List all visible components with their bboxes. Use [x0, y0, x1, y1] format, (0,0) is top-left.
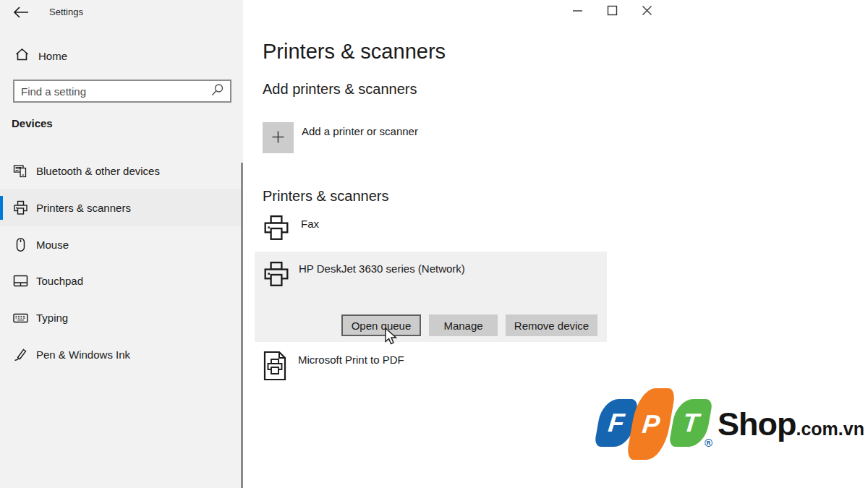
print-to-pdf-icon — [263, 351, 286, 385]
pen-icon — [13, 347, 28, 362]
sidebar-item-typing[interactable]: Typing — [0, 299, 243, 336]
sidebar-item-home[interactable]: Home — [0, 43, 243, 68]
sidebar-item-touchpad[interactable]: Touchpad — [0, 262, 243, 299]
fpt-shop-logo: F P T ® Shop.com.vn — [593, 387, 843, 466]
home-icon — [14, 47, 30, 65]
printer-icon — [13, 200, 28, 215]
sidebar-item-printers[interactable]: Printers & scanners — [0, 189, 243, 226]
settings-window: Settings Home Devices Blue — [0, 0, 868, 488]
touchpad-icon — [13, 273, 28, 288]
printer-row-fax[interactable]: Fax — [255, 212, 607, 248]
mouse-icon — [13, 237, 28, 252]
window-controls — [572, 4, 652, 19]
shop-text: Shop — [718, 406, 796, 442]
maximize-button[interactable] — [607, 4, 617, 19]
domain-text: .com.vn — [796, 419, 864, 439]
search-input[interactable] — [14, 85, 211, 98]
sidebar-item-mouse[interactable]: Mouse — [0, 226, 243, 263]
printer-name: Fax — [301, 218, 319, 248]
sidebar-item-label: Home — [38, 50, 67, 62]
main-content: Printers & scanners Add printers & scann… — [243, 0, 868, 488]
search-icon — [211, 84, 224, 99]
sidebar-item-label: Pen & Windows Ink — [36, 348, 130, 361]
close-icon — [642, 5, 652, 18]
open-queue-button[interactable]: Open queue — [341, 314, 421, 336]
sidebar-item-label: Typing — [36, 312, 68, 324]
app-title: Settings — [49, 7, 83, 17]
printer-row-hp-deskjet[interactable]: HP DeskJet 3630 series (Network) Open qu… — [255, 252, 607, 342]
manage-button[interactable]: Manage — [429, 314, 498, 336]
remove-device-button[interactable]: Remove device — [506, 314, 597, 336]
sidebar-item-pen[interactable]: Pen & Windows Ink — [0, 336, 243, 373]
printers-section-heading: Printers & scanners — [263, 188, 389, 205]
registered-mark: ® — [705, 437, 712, 449]
printer-device-icon — [263, 215, 289, 248]
fpt-letter: P — [641, 409, 661, 440]
minimize-icon — [572, 5, 583, 18]
close-button[interactable] — [642, 4, 652, 19]
printer-name: Microsoft Print to PDF — [298, 354, 404, 385]
plus-icon — [271, 130, 285, 146]
add-printer-button[interactable] — [263, 122, 294, 153]
page-title: Printers & scanners — [263, 40, 446, 64]
printer-device-icon — [263, 261, 289, 291]
sidebar-item-bluetooth[interactable]: Bluetooth & other devices — [0, 153, 243, 189]
fpt-letter: F — [607, 408, 626, 438]
sidebar-item-label: Bluetooth & other devices — [36, 165, 160, 177]
maximize-icon — [607, 5, 618, 18]
sidebar: Settings Home Devices Blue — [0, 0, 243, 488]
sidebar-item-label: Touchpad — [36, 275, 83, 287]
sidebar-item-label: Mouse — [36, 239, 69, 251]
fpt-shop-wordmark: Shop.com.vn — [718, 406, 864, 443]
back-arrow-icon — [13, 6, 29, 21]
back-button[interactable] — [10, 4, 32, 22]
printer-name: HP DeskJet 3630 series (Network) — [299, 262, 465, 275]
keyboard-icon — [13, 310, 28, 325]
devices-icon — [13, 163, 28, 179]
sidebar-item-label: Printers & scanners — [36, 202, 131, 214]
search-box — [13, 80, 231, 103]
printer-row-pdf[interactable]: Microsoft Print to PDF — [255, 348, 607, 385]
device-actions: Open queue Manage Remove device — [255, 314, 607, 336]
minimize-button[interactable] — [572, 4, 582, 19]
sidebar-section-label: Devices — [12, 117, 53, 129]
add-printers-heading: Add printers & scanners — [263, 81, 417, 98]
fpt-letter: T — [681, 408, 700, 438]
add-printer-label: Add a printer or scanner — [302, 125, 418, 137]
